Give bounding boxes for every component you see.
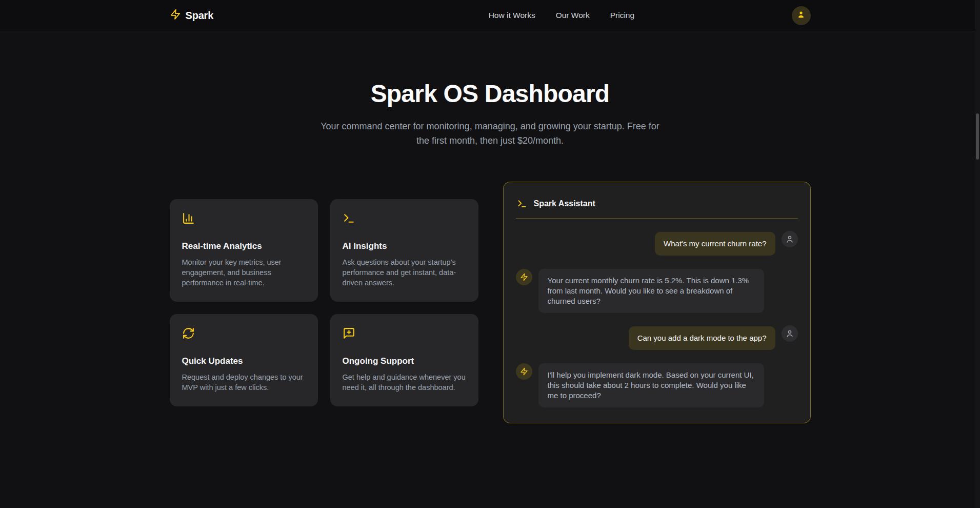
nav-link-pricing[interactable]: Pricing — [610, 11, 634, 20]
navbar-inner: Spark How it Works Our Work Pricing — [170, 6, 811, 25]
chat-message-assistant: Your current monthly churn rate is 5.2%.… — [516, 269, 798, 313]
user-message-bubble: Can you add a dark mode to the app? — [629, 326, 775, 350]
scrollbar-thumb[interactable] — [976, 113, 979, 160]
message-square-plus-icon — [343, 327, 466, 340]
feature-description: Get help and guidance whenever you need … — [343, 372, 466, 393]
refresh-icon — [182, 327, 306, 340]
hero-section: Spark OS Dashboard Your command center f… — [0, 31, 980, 148]
feature-card-ai-insights[interactable]: AI Insights Ask questions about your sta… — [330, 199, 478, 302]
user-message-bubble: What's my current churn rate? — [655, 232, 775, 256]
content-row: Real-time Analytics Monitor your key met… — [0, 182, 980, 423]
nav-links: How it Works Our Work Pricing — [489, 11, 634, 20]
user-icon — [796, 10, 806, 21]
feature-card-realtime-analytics[interactable]: Real-time Analytics Monitor your key met… — [170, 199, 318, 302]
features-grid: Real-time Analytics Monitor your key met… — [170, 199, 478, 406]
feature-description: Request and deploy changes to your MVP w… — [182, 372, 306, 393]
page-title: Spark OS Dashboard — [0, 80, 980, 108]
spark-assistant-panel: Spark Assistant What's my current churn … — [503, 182, 811, 423]
brand-name: Spark — [186, 10, 214, 22]
feature-title: Quick Updates — [182, 356, 306, 366]
feature-title: AI Insights — [343, 241, 466, 251]
feature-description: Monitor your key metrics, user engagemen… — [182, 257, 306, 288]
zap-icon — [170, 9, 181, 22]
chat-message-assistant: I'll help you implement dark mode. Based… — [516, 363, 798, 407]
navbar: Spark How it Works Our Work Pricing — [0, 0, 980, 31]
assistant-header: Spark Assistant — [516, 194, 798, 219]
assistant-message-bubble: I'll help you implement dark mode. Based… — [538, 363, 764, 407]
scrollbar-track[interactable] — [975, 0, 980, 508]
chat-message-user: What's my current churn rate? — [516, 232, 798, 256]
assistant-message-bubble: Your current monthly churn rate is 5.2%.… — [538, 269, 764, 313]
user-avatar-button[interactable] — [792, 6, 811, 25]
user-avatar — [782, 231, 798, 247]
assistant-title: Spark Assistant — [534, 199, 595, 208]
nav-link-our-work[interactable]: Our Work — [556, 11, 590, 20]
feature-title: Real-time Analytics — [182, 241, 306, 251]
feature-description: Ask questions about your startup's perfo… — [343, 257, 466, 288]
feature-card-quick-updates[interactable]: Quick Updates Request and deploy changes… — [170, 314, 318, 406]
chat-message-user: Can you add a dark mode to the app? — [516, 326, 798, 350]
terminal-icon — [343, 212, 466, 225]
bar-chart-icon — [182, 212, 306, 225]
assistant-avatar-zap-icon — [516, 363, 532, 380]
terminal-icon — [517, 199, 527, 209]
feature-card-ongoing-support[interactable]: Ongoing Support Get help and guidance wh… — [330, 314, 478, 406]
feature-title: Ongoing Support — [343, 356, 466, 366]
page-subtitle: Your command center for monitoring, mana… — [313, 119, 667, 148]
assistant-avatar-zap-icon — [516, 269, 532, 285]
brand-logo[interactable]: Spark — [170, 9, 214, 22]
messages-list: What's my current churn rate? Your curre… — [516, 219, 798, 407]
user-avatar — [782, 325, 798, 342]
nav-link-how-it-works[interactable]: How it Works — [489, 11, 535, 20]
